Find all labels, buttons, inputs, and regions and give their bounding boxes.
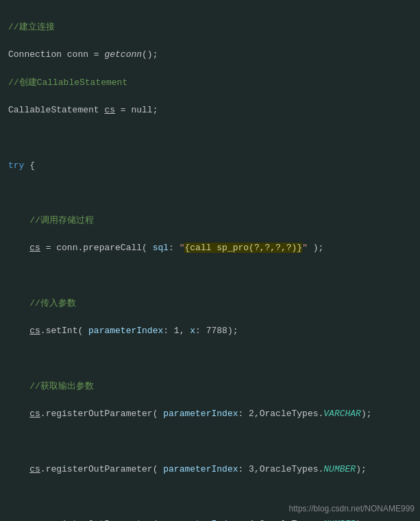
line-10: [8, 269, 412, 283]
line-16: [8, 435, 412, 448]
line-1: //建立连接: [8, 21, 412, 34]
watermark: https://blog.csdn.net/NONAME999: [289, 502, 415, 516]
line-9: cs = conn.prepareCall( sql: "{call sp_pr…: [8, 241, 412, 255]
line-17: cs.registerOutParameter( parameterIndex:…: [8, 463, 412, 476]
line-14: //获取输出参数: [8, 380, 412, 393]
comment-1: //建立连接: [8, 22, 55, 32]
line-19: cs.registerOutParameter( parameterIndex:…: [8, 518, 412, 521]
line-2: Connection conn = getconn();: [8, 48, 412, 62]
line-7: [8, 186, 412, 200]
line-13: [8, 352, 412, 366]
line-5: [8, 131, 412, 145]
line-15: cs.registerOutParameter( parameterIndex:…: [8, 407, 412, 421]
line-6: try {: [8, 159, 412, 173]
line-11: //传入参数: [8, 297, 412, 311]
line-4: CallableStatement cs = null;: [8, 104, 412, 117]
code-editor: //建立连接 Connection conn = getconn(); //创建…: [0, 0, 420, 521]
line-8: //调用存储过程: [8, 214, 412, 228]
line-12: cs.setInt( parameterIndex: 1, x: 7788);: [8, 324, 412, 338]
line-18: [8, 490, 412, 504]
line-3: //创建CallableStatement: [8, 76, 412, 90]
